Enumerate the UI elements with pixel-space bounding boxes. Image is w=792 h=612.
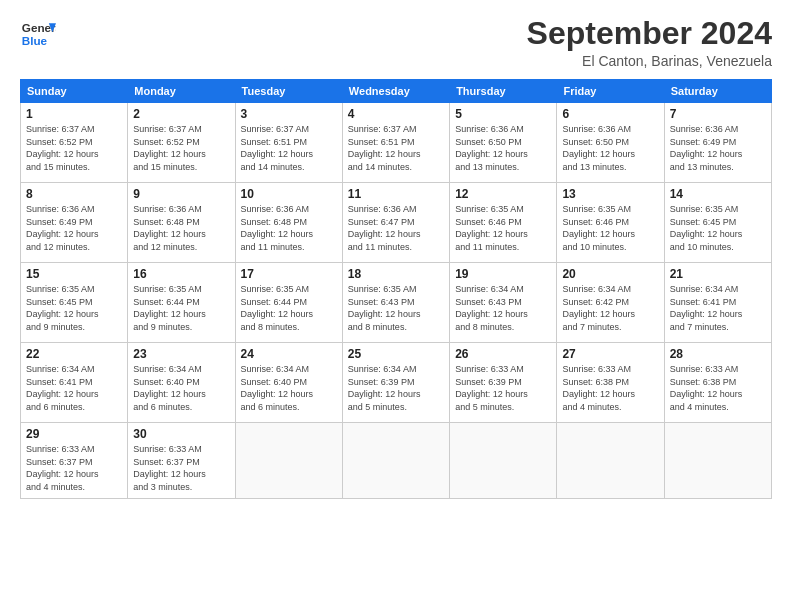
day-number: 3 [241, 107, 337, 121]
calendar-cell [235, 423, 342, 498]
day-info: Sunrise: 6:33 AM Sunset: 6:37 PM Dayligh… [26, 443, 122, 493]
calendar-cell: 25Sunrise: 6:34 AM Sunset: 6:39 PM Dayli… [342, 343, 449, 423]
day-number: 19 [455, 267, 551, 281]
calendar-cell: 23Sunrise: 6:34 AM Sunset: 6:40 PM Dayli… [128, 343, 235, 423]
day-info: Sunrise: 6:33 AM Sunset: 6:37 PM Dayligh… [133, 443, 229, 493]
calendar-cell: 14Sunrise: 6:35 AM Sunset: 6:45 PM Dayli… [664, 183, 771, 263]
col-header-saturday: Saturday [664, 80, 771, 103]
day-info: Sunrise: 6:36 AM Sunset: 6:49 PM Dayligh… [26, 203, 122, 253]
calendar-cell: 13Sunrise: 6:35 AM Sunset: 6:46 PM Dayli… [557, 183, 664, 263]
day-info: Sunrise: 6:36 AM Sunset: 6:48 PM Dayligh… [133, 203, 229, 253]
month-title: September 2024 [527, 16, 772, 51]
day-info: Sunrise: 6:35 AM Sunset: 6:45 PM Dayligh… [26, 283, 122, 333]
day-number: 16 [133, 267, 229, 281]
day-number: 27 [562, 347, 658, 361]
svg-text:Blue: Blue [22, 34, 48, 47]
day-number: 18 [348, 267, 444, 281]
calendar-cell: 19Sunrise: 6:34 AM Sunset: 6:43 PM Dayli… [450, 263, 557, 343]
calendar-cell: 15Sunrise: 6:35 AM Sunset: 6:45 PM Dayli… [21, 263, 128, 343]
day-info: Sunrise: 6:35 AM Sunset: 6:46 PM Dayligh… [562, 203, 658, 253]
calendar-cell: 8Sunrise: 6:36 AM Sunset: 6:49 PM Daylig… [21, 183, 128, 263]
day-info: Sunrise: 6:34 AM Sunset: 6:42 PM Dayligh… [562, 283, 658, 333]
day-number: 30 [133, 427, 229, 441]
calendar-cell [557, 423, 664, 498]
calendar-table: SundayMondayTuesdayWednesdayThursdayFrid… [20, 79, 772, 498]
calendar-cell: 7Sunrise: 6:36 AM Sunset: 6:49 PM Daylig… [664, 103, 771, 183]
day-number: 11 [348, 187, 444, 201]
day-info: Sunrise: 6:34 AM Sunset: 6:40 PM Dayligh… [133, 363, 229, 413]
day-info: Sunrise: 6:34 AM Sunset: 6:41 PM Dayligh… [670, 283, 766, 333]
day-info: Sunrise: 6:33 AM Sunset: 6:39 PM Dayligh… [455, 363, 551, 413]
calendar-cell: 16Sunrise: 6:35 AM Sunset: 6:44 PM Dayli… [128, 263, 235, 343]
day-info: Sunrise: 6:34 AM Sunset: 6:41 PM Dayligh… [26, 363, 122, 413]
day-info: Sunrise: 6:37 AM Sunset: 6:51 PM Dayligh… [348, 123, 444, 173]
day-info: Sunrise: 6:36 AM Sunset: 6:47 PM Dayligh… [348, 203, 444, 253]
day-info: Sunrise: 6:37 AM Sunset: 6:51 PM Dayligh… [241, 123, 337, 173]
day-number: 13 [562, 187, 658, 201]
day-number: 12 [455, 187, 551, 201]
day-info: Sunrise: 6:34 AM Sunset: 6:43 PM Dayligh… [455, 283, 551, 333]
day-info: Sunrise: 6:33 AM Sunset: 6:38 PM Dayligh… [670, 363, 766, 413]
calendar-cell: 22Sunrise: 6:34 AM Sunset: 6:41 PM Dayli… [21, 343, 128, 423]
day-number: 14 [670, 187, 766, 201]
col-header-sunday: Sunday [21, 80, 128, 103]
day-info: Sunrise: 6:35 AM Sunset: 6:43 PM Dayligh… [348, 283, 444, 333]
day-info: Sunrise: 6:33 AM Sunset: 6:38 PM Dayligh… [562, 363, 658, 413]
day-number: 24 [241, 347, 337, 361]
day-number: 2 [133, 107, 229, 121]
calendar-cell: 20Sunrise: 6:34 AM Sunset: 6:42 PM Dayli… [557, 263, 664, 343]
day-number: 17 [241, 267, 337, 281]
calendar-cell: 11Sunrise: 6:36 AM Sunset: 6:47 PM Dayli… [342, 183, 449, 263]
calendar-cell: 24Sunrise: 6:34 AM Sunset: 6:40 PM Dayli… [235, 343, 342, 423]
calendar-cell: 4Sunrise: 6:37 AM Sunset: 6:51 PM Daylig… [342, 103, 449, 183]
calendar-cell: 1Sunrise: 6:37 AM Sunset: 6:52 PM Daylig… [21, 103, 128, 183]
calendar-cell: 5Sunrise: 6:36 AM Sunset: 6:50 PM Daylig… [450, 103, 557, 183]
day-info: Sunrise: 6:36 AM Sunset: 6:50 PM Dayligh… [562, 123, 658, 173]
day-info: Sunrise: 6:34 AM Sunset: 6:39 PM Dayligh… [348, 363, 444, 413]
day-number: 4 [348, 107, 444, 121]
calendar-cell: 29Sunrise: 6:33 AM Sunset: 6:37 PM Dayli… [21, 423, 128, 498]
col-header-friday: Friday [557, 80, 664, 103]
logo-icon: General Blue [20, 16, 56, 52]
calendar-cell: 3Sunrise: 6:37 AM Sunset: 6:51 PM Daylig… [235, 103, 342, 183]
day-number: 25 [348, 347, 444, 361]
day-number: 9 [133, 187, 229, 201]
day-number: 21 [670, 267, 766, 281]
calendar-cell [450, 423, 557, 498]
col-header-thursday: Thursday [450, 80, 557, 103]
calendar-cell [664, 423, 771, 498]
day-info: Sunrise: 6:35 AM Sunset: 6:44 PM Dayligh… [241, 283, 337, 333]
day-info: Sunrise: 6:36 AM Sunset: 6:50 PM Dayligh… [455, 123, 551, 173]
calendar-cell [342, 423, 449, 498]
calendar-cell: 28Sunrise: 6:33 AM Sunset: 6:38 PM Dayli… [664, 343, 771, 423]
day-info: Sunrise: 6:36 AM Sunset: 6:48 PM Dayligh… [241, 203, 337, 253]
day-number: 1 [26, 107, 122, 121]
col-header-monday: Monday [128, 80, 235, 103]
col-header-tuesday: Tuesday [235, 80, 342, 103]
day-info: Sunrise: 6:37 AM Sunset: 6:52 PM Dayligh… [133, 123, 229, 173]
day-info: Sunrise: 6:34 AM Sunset: 6:40 PM Dayligh… [241, 363, 337, 413]
day-number: 29 [26, 427, 122, 441]
day-number: 8 [26, 187, 122, 201]
day-number: 5 [455, 107, 551, 121]
calendar-cell: 6Sunrise: 6:36 AM Sunset: 6:50 PM Daylig… [557, 103, 664, 183]
day-number: 20 [562, 267, 658, 281]
calendar-cell: 27Sunrise: 6:33 AM Sunset: 6:38 PM Dayli… [557, 343, 664, 423]
calendar-cell: 12Sunrise: 6:35 AM Sunset: 6:46 PM Dayli… [450, 183, 557, 263]
day-info: Sunrise: 6:35 AM Sunset: 6:46 PM Dayligh… [455, 203, 551, 253]
title-area: September 2024 El Canton, Barinas, Venez… [527, 16, 772, 69]
calendar-cell: 17Sunrise: 6:35 AM Sunset: 6:44 PM Dayli… [235, 263, 342, 343]
day-number: 28 [670, 347, 766, 361]
day-number: 23 [133, 347, 229, 361]
day-number: 7 [670, 107, 766, 121]
day-number: 15 [26, 267, 122, 281]
calendar-cell: 21Sunrise: 6:34 AM Sunset: 6:41 PM Dayli… [664, 263, 771, 343]
location-subtitle: El Canton, Barinas, Venezuela [527, 53, 772, 69]
calendar-cell: 18Sunrise: 6:35 AM Sunset: 6:43 PM Dayli… [342, 263, 449, 343]
calendar-cell: 26Sunrise: 6:33 AM Sunset: 6:39 PM Dayli… [450, 343, 557, 423]
day-info: Sunrise: 6:35 AM Sunset: 6:45 PM Dayligh… [670, 203, 766, 253]
logo: General Blue [20, 16, 56, 52]
day-info: Sunrise: 6:37 AM Sunset: 6:52 PM Dayligh… [26, 123, 122, 173]
col-header-wednesday: Wednesday [342, 80, 449, 103]
calendar-cell: 30Sunrise: 6:33 AM Sunset: 6:37 PM Dayli… [128, 423, 235, 498]
